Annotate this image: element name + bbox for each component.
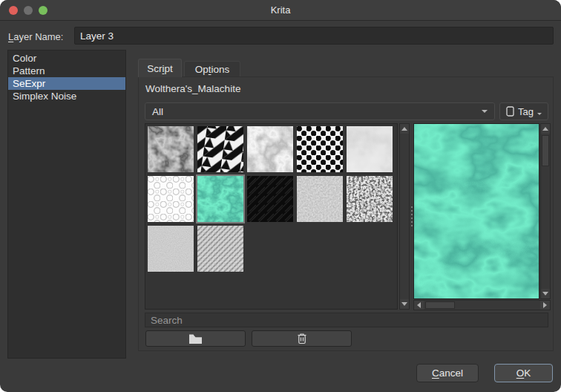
scrollbar-thumb[interactable] xyxy=(425,301,455,309)
label-part: ions xyxy=(211,64,230,75)
krita-fill-layer-dialog: Krita Layer Name: Color Pattern SeExpr S… xyxy=(0,0,561,392)
pattern-thumbnail-malachite-selected[interactable] xyxy=(197,176,243,222)
import-resource-button[interactable] xyxy=(145,330,246,347)
label-part: Op xyxy=(195,64,209,75)
label-part: C xyxy=(432,368,439,379)
scroll-left-icon[interactable] xyxy=(414,301,424,310)
trash-icon xyxy=(297,333,307,344)
pattern-thumbnail-triangle-mosaic[interactable] xyxy=(197,126,243,172)
pattern-thumbnail-canvas-weave[interactable] xyxy=(148,226,194,272)
list-item-simplex-noise[interactable]: Simplex Noise xyxy=(8,90,125,102)
search-input[interactable] xyxy=(145,313,548,327)
label-part: Scr xyxy=(147,63,162,74)
selected-pattern-name: Wolthera's_Malachite xyxy=(145,83,240,94)
pattern-thumbnail-gray-marble[interactable] xyxy=(247,126,293,172)
label-part: pt xyxy=(164,63,172,74)
chevron-down-icon xyxy=(537,113,542,115)
script-tab-pane: Wolthera's_Malachite All Tag xyxy=(138,76,554,351)
minimize-icon xyxy=(24,6,33,15)
tag-filter-dropdown[interactable]: All xyxy=(145,102,495,120)
scroll-up-icon[interactable] xyxy=(541,124,550,134)
pattern-grid-scrollbar[interactable] xyxy=(399,123,410,310)
pattern-preview-image xyxy=(413,123,539,299)
pattern-thumbnail-dark-speckle[interactable] xyxy=(347,176,393,222)
chevron-down-icon xyxy=(482,110,488,113)
scroll-right-icon[interactable] xyxy=(540,301,550,310)
tag-button-label: Tag xyxy=(518,106,534,117)
window-controls xyxy=(9,6,47,15)
pattern-thumbnail-smoke-clouds[interactable] xyxy=(347,126,393,172)
layer-name-input[interactable] xyxy=(74,27,554,45)
pattern-thumbnail-fine-noise[interactable] xyxy=(297,176,343,222)
pattern-thumbnail-dark-maze[interactable] xyxy=(247,176,293,222)
delete-resource-button[interactable] xyxy=(252,330,352,347)
layer-name-label: Layer Name: xyxy=(8,31,63,42)
label-part: ayer Name: xyxy=(13,31,63,42)
pattern-grid xyxy=(145,123,398,310)
label-part: K xyxy=(524,368,531,379)
generator-list: Color Pattern SeExpr Simplex Noise xyxy=(7,50,126,359)
tab-script[interactable]: Script xyxy=(138,59,182,77)
scroll-up-icon[interactable] xyxy=(400,124,409,134)
scrollbar-thumb[interactable] xyxy=(542,135,549,166)
tab-options[interactable]: Options xyxy=(184,61,240,77)
tag-button[interactable]: Tag xyxy=(499,102,548,120)
label-part: O xyxy=(516,368,525,379)
zoom-icon[interactable] xyxy=(39,6,47,15)
pattern-thumbnail-halftone-dots[interactable] xyxy=(297,126,343,172)
pattern-thumbnail-dark-marble[interactable] xyxy=(148,126,194,172)
cancel-button[interactable]: Cancel xyxy=(416,364,479,382)
scroll-down-icon[interactable] xyxy=(541,289,550,298)
folder-icon xyxy=(188,333,203,344)
dropdown-value: All xyxy=(152,106,163,117)
ok-button[interactable]: OK xyxy=(494,364,553,382)
label-part: ancel xyxy=(439,368,463,379)
list-item-color[interactable]: Color xyxy=(8,52,125,65)
pattern-thumbnail-curl-rings[interactable] xyxy=(148,176,194,222)
close-icon[interactable] xyxy=(9,6,18,15)
title-bar[interactable]: Krita xyxy=(0,0,561,21)
preview-vertical-scrollbar[interactable] xyxy=(540,123,551,299)
bookmark-icon xyxy=(506,106,514,117)
list-item-seexpr[interactable]: SeExpr xyxy=(8,77,125,90)
pattern-thumbnail-diagonal-weave[interactable] xyxy=(197,226,243,272)
window-title: Krita xyxy=(271,4,291,16)
scroll-down-icon[interactable] xyxy=(400,299,409,309)
preview-horizontal-scrollbar[interactable] xyxy=(413,300,551,310)
list-item-pattern[interactable]: Pattern xyxy=(8,65,125,77)
